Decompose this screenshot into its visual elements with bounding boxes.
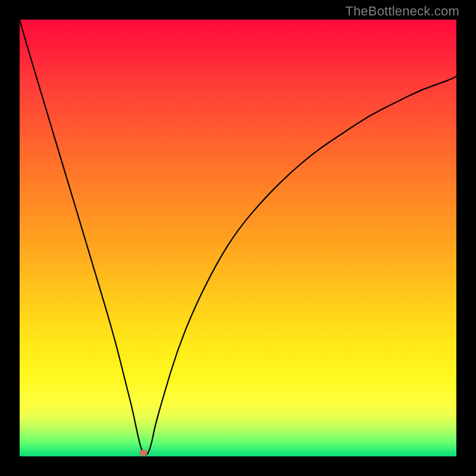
minimum-marker (139, 450, 147, 456)
curve-svg (20, 20, 456, 456)
chart-frame: TheBottleneck.com (0, 0, 476, 476)
plot-area (20, 20, 456, 456)
watermark-text: TheBottleneck.com (345, 4, 459, 19)
bottleneck-curve (20, 20, 456, 455)
